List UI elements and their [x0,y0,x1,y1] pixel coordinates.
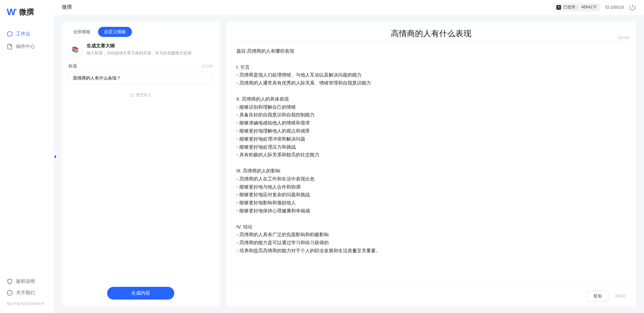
input-panel: 全部模板 自定义模板 📚 生成文章大纲 输入标题，为你提供文章主体的灵感，并为其… [62,21,220,306]
output-body[interactable]: 题目:高情商的人有哪些表现 I. 引言 - 高情商是指人们处理情绪、与他人互动以… [226,42,636,286]
page-title: 微撰 [62,4,72,10]
nav-label: 工作台 [16,31,30,37]
output-title-counter: 10/100 [618,36,629,40]
sidebar-bottom: 版权说明 关于我们 [0,276,54,299]
nav-item-workbench[interactable]: 工作台 [0,28,54,40]
topbar: 微撰 T 已使用：45641字 ID:100519 [54,0,644,15]
logo: W' 微撰 [0,7,54,17]
nav-label: 版权说明 [16,278,35,284]
output-panel: 高情商的人有什么表现 10/100 题目:高情商的人有哪些表现 I. 引言 - … [226,21,636,306]
usage-value: 45641字 [581,4,596,10]
info-icon [7,290,13,296]
nav-item-drafts[interactable]: 稿件中心 [0,40,54,53]
sidebar-collapse-handle[interactable] [54,153,57,161]
main: 微撰 T 已使用：45641字 ID:100519 全部模板 自定义模板 📚 [54,0,644,313]
title-field-label: 标题 [68,63,77,69]
generate-button[interactable]: 生成内容 [107,287,174,300]
nav-label: 关于我们 [16,290,35,296]
usage-badge: T 已使用：45641字 [553,3,600,11]
logo-mark-icon: W' [7,7,16,17]
output-title: 高情商的人有什么表现 [243,28,619,39]
output-header: 高情商的人有什么表现 10/100 [233,21,629,42]
nav-label: 稿件中心 [16,44,35,50]
copy-button[interactable]: 复制 [587,291,608,302]
template-card: 📚 生成文章大纲 输入标题，为你提供文章主体的灵感，并为其创建推文提纲 [62,37,220,63]
power-button[interactable] [629,4,636,11]
template-title: 生成文章大纲 [87,43,191,49]
nav-item-about[interactable]: 关于我们 [7,287,47,299]
clear-input-button[interactable]: 清空录入 [130,92,151,98]
content-area: 全部模板 自定义模板 📚 生成文章大纲 输入标题，为你提供文章主体的灵感，并为其… [54,15,644,313]
nav-item-copyright[interactable]: 版权说明 [7,276,47,287]
template-description: 输入标题，为你提供文章主体的灵感，并为其创建推文提纲 [87,50,191,56]
logo-text: 微撰 [19,7,34,17]
text-count-icon: T [556,5,561,10]
sidebar: W' 微撰 工作台 稿件中心 版权说明 关于我们 鄂ICP备2022016946… [0,0,54,313]
chevron-left-icon [54,155,57,159]
title-char-counter: 11/100 [201,64,213,68]
tab-custom-templates[interactable]: 自定义模板 [98,27,132,37]
shield-icon [7,278,13,284]
template-tabs: 全部模板 自定义模板 [62,21,220,37]
nav: 工作台 稿件中心 [0,28,54,276]
cube-icon [7,31,13,37]
user-id: ID:100519 [605,5,624,10]
icp-text: 鄂ICP备2022016946号 [0,299,54,306]
tab-all-templates[interactable]: 全部模板 [67,27,97,37]
form-block: 标题 11/100 清空录入 [62,63,220,280]
output-footer: 复制 404字 [233,286,629,306]
template-books-icon: 📚 [68,43,82,56]
output-word-count: 404字 [615,294,626,299]
power-icon [629,4,636,11]
document-icon [7,44,13,50]
title-input[interactable] [68,72,213,84]
usage-label: 已使用： [563,4,579,10]
trash-icon [130,93,134,97]
clear-label: 清空录入 [135,92,151,98]
